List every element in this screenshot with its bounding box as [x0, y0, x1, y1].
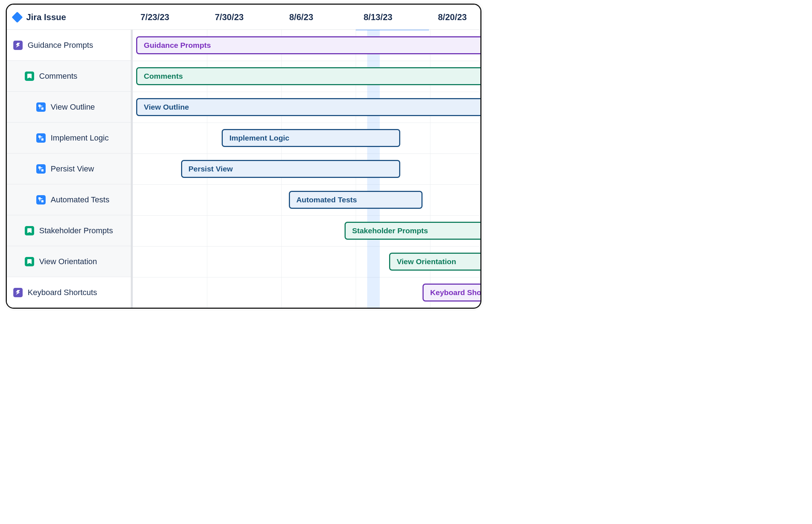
sidebar-item-label: Guidance Prompts [28, 41, 93, 50]
subtask-icon [36, 164, 46, 174]
sidebar-item-label: View Outline [51, 102, 95, 112]
gantt-bar-stake[interactable]: Stakeholder Prompts [345, 222, 480, 240]
gantt-bar-impl[interactable]: Implement Logic [222, 129, 400, 147]
header-title: Jira Issue [26, 12, 66, 22]
sidebar-item-guidance[interactable]: Guidance Prompts [7, 30, 131, 61]
story-bookmark-icon [25, 226, 34, 235]
sidebar-item-label: Automated Tests [51, 195, 109, 204]
subtask-icon [36, 133, 46, 143]
timeline-date-header: 7/23/237/30/238/6/238/13/238/20/23 [133, 5, 480, 29]
sidebar-item-label: Implement Logic [51, 133, 109, 143]
gridline-horizontal [133, 61, 480, 61]
sidebar-item-label: Persist View [51, 164, 94, 174]
date-column-4: 8/20/23 [430, 5, 467, 30]
sidebar-item-stake[interactable]: Stakeholder Prompts [7, 215, 131, 246]
active-date-underline [356, 30, 429, 30]
epic-bolt-icon [13, 41, 23, 50]
sidebar-item-label: Keyboard Shortcuts [28, 288, 97, 297]
gantt-bar-guidance[interactable]: Guidance Prompts [136, 36, 480, 54]
sidebar-item-label: Stakeholder Prompts [39, 226, 113, 235]
app-frame: Jira Issue 7/23/237/30/238/6/238/13/238/… [6, 4, 481, 309]
gantt-bar-persist[interactable]: Persist View [181, 160, 401, 178]
sidebar-item-autotests[interactable]: Automated Tests [7, 184, 131, 215]
gantt-bar-autotests[interactable]: Automated Tests [289, 191, 423, 209]
gridline-vertical [133, 30, 133, 308]
issue-sidebar: Guidance PromptsCommentsView OutlineImpl… [7, 30, 133, 308]
sidebar-item-label: Comments [39, 72, 77, 81]
date-column-2: 8/6/23 [281, 5, 313, 30]
gridline-horizontal [133, 215, 480, 216]
subtask-icon [36, 102, 46, 112]
subtask-icon [36, 195, 46, 204]
sidebar-item-viewoutline[interactable]: View Outline [7, 92, 131, 123]
sidebar-item-impl[interactable]: Implement Logic [7, 123, 131, 153]
sidebar-item-keysc[interactable]: Keyboard Shortcuts [7, 277, 131, 308]
date-column-0: 7/23/23 [133, 5, 169, 30]
story-bookmark-icon [25, 257, 34, 266]
date-column-3: 8/13/23 [356, 5, 392, 30]
sidebar-item-comments[interactable]: Comments [7, 61, 131, 92]
date-column-1: 7/30/23 [207, 5, 244, 30]
epic-bolt-icon [13, 288, 23, 297]
gridline-horizontal [133, 92, 480, 92]
gridline-horizontal [133, 153, 480, 154]
gantt-bar-keysc[interactable]: Keyboard Shortcuts [423, 284, 480, 302]
header-title-area: Jira Issue [7, 5, 133, 29]
sidebar-item-persist[interactable]: Persist View [7, 153, 131, 184]
gridline-horizontal [133, 123, 480, 123]
header: Jira Issue 7/23/237/30/238/6/238/13/238/… [7, 5, 480, 30]
story-bookmark-icon [25, 72, 34, 81]
gridline-horizontal [133, 277, 480, 277]
gantt-chart[interactable]: Guidance PromptsCommentsView OutlineImpl… [133, 30, 480, 308]
gantt-bar-comments[interactable]: Comments [136, 67, 480, 85]
gantt-bar-vieworient[interactable]: View Orientation [389, 253, 480, 271]
jira-diamond-icon [11, 12, 23, 23]
gantt-bar-viewoutline[interactable]: View Outline [136, 98, 480, 116]
gridline-horizontal [133, 184, 480, 185]
body: Guidance PromptsCommentsView OutlineImpl… [7, 30, 480, 308]
gridline-horizontal [133, 246, 480, 247]
sidebar-item-label: View Orientation [39, 257, 97, 266]
sidebar-item-vieworient[interactable]: View Orientation [7, 246, 131, 277]
